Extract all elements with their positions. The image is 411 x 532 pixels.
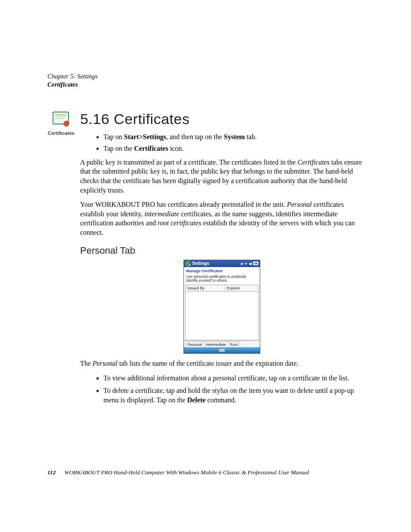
text: , and then tap on the bbox=[166, 133, 224, 140]
volume-icon: ◀ bbox=[249, 261, 252, 266]
bullet-list: To view additional information about a p… bbox=[80, 373, 364, 405]
text-bold: Start>Settings bbox=[124, 133, 166, 140]
sip-bar bbox=[184, 347, 260, 353]
footer-text: WORKABOUT PRO Hand-Held Computer With Wi… bbox=[65, 469, 309, 476]
text: Your WORKABOUT PRO has certificates alre… bbox=[80, 201, 287, 208]
paragraph: A public key is transmitted as part of a… bbox=[80, 158, 364, 195]
page-number: 112 bbox=[47, 469, 56, 476]
section-heading: 5.16 Certificates bbox=[80, 111, 364, 128]
text: icon. bbox=[168, 145, 184, 152]
column-expires[interactable]: Expires bbox=[225, 285, 258, 291]
page-footer: 112 WORKABOUT PRO Hand-Held Computer Wit… bbox=[47, 469, 364, 476]
connectivity-icon: ⇄ bbox=[240, 261, 244, 266]
screen-hint: Use personal certificates to positively … bbox=[184, 274, 260, 285]
tab-personal[interactable]: Personal bbox=[185, 342, 204, 347]
text-bold: System bbox=[224, 133, 245, 140]
list-item: To delete a certificate, tap and hold th… bbox=[103, 386, 364, 404]
svg-rect-3 bbox=[55, 118, 64, 119]
subheading-personal-tab: Personal Tab bbox=[80, 245, 364, 256]
paragraph: The Personal tab lists the name of the c… bbox=[80, 359, 364, 368]
text-italic: Personal bbox=[287, 201, 312, 208]
svg-rect-2 bbox=[55, 116, 66, 117]
text-italic: intermediate bbox=[144, 210, 179, 218]
signal-icon: ▾ bbox=[245, 261, 247, 266]
step-item: Tap on Start>Settings, and then tap on t… bbox=[103, 132, 364, 142]
ok-button[interactable]: ok bbox=[253, 261, 258, 265]
text: command. bbox=[206, 396, 236, 404]
text: tab lists the name of the certificate is… bbox=[118, 360, 299, 367]
text: tab. bbox=[245, 133, 257, 140]
text: A public key is transmitted as part of a… bbox=[80, 159, 297, 166]
tab-root[interactable]: Root bbox=[228, 342, 240, 347]
text: Tap on the bbox=[103, 145, 134, 152]
text-italic: Certificates bbox=[297, 159, 330, 166]
text-bold: Certificates bbox=[134, 145, 168, 152]
paragraph: Your WORKABOUT PRO has certificates alre… bbox=[80, 200, 364, 237]
certificates-icon bbox=[52, 111, 71, 127]
text-italic: root certificates bbox=[158, 219, 201, 227]
text-italic: Personal bbox=[93, 360, 118, 367]
screen-subtitle: Manage Certificates bbox=[184, 267, 260, 274]
table-header: Issued By Expires bbox=[185, 285, 258, 292]
step-list: Tap on Start>Settings, and then tap on t… bbox=[80, 132, 364, 153]
titlebar-title: Settings bbox=[192, 261, 239, 266]
certificates-icon-label: Certificates bbox=[47, 131, 75, 136]
text: The bbox=[80, 360, 93, 367]
certificate-list[interactable] bbox=[185, 292, 258, 340]
text: Tap on bbox=[103, 133, 124, 140]
column-issued-by[interactable]: Issued By bbox=[186, 285, 225, 291]
titlebar: Settings ⇄ ▾ ◀ ok bbox=[184, 260, 260, 267]
tab-intermediate[interactable]: Intermediate bbox=[204, 342, 228, 347]
list-item: To view additional information about a p… bbox=[103, 373, 364, 383]
text-bold: Delete bbox=[187, 396, 206, 404]
running-head-chapter: Chapter 5: Settings bbox=[47, 72, 364, 81]
device-screenshot: Settings ⇄ ▾ ◀ ok Manage Certificates Us… bbox=[184, 260, 260, 354]
running-head-section: Certificates bbox=[47, 81, 364, 88]
start-icon bbox=[185, 261, 190, 266]
step-item: Tap on the Certificates icon. bbox=[103, 143, 364, 153]
tab-strip: Personal Intermediate Root bbox=[184, 340, 260, 347]
keyboard-icon[interactable] bbox=[219, 348, 225, 352]
svg-rect-1 bbox=[55, 114, 66, 115]
